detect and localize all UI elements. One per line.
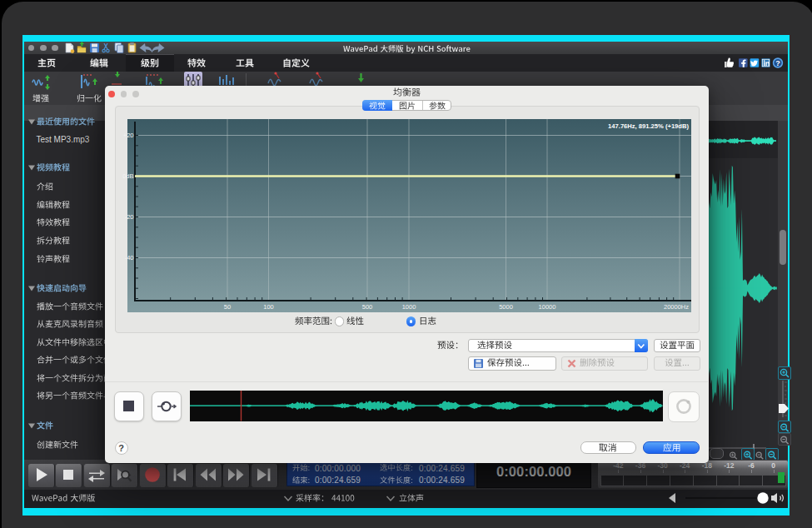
svg-text:+20: +20 — [123, 132, 134, 139]
svg-text:147.76Hz, 891.25% (+19dB): 147.76Hz, 891.25% (+19dB) — [608, 122, 689, 130]
svg-text:1000: 1000 — [402, 303, 416, 311]
svg-text:0dB: 0dB — [122, 172, 133, 180]
svg-text:100: 100 — [263, 303, 274, 311]
svg-text:?: ? — [775, 59, 780, 67]
svg-text:500: 500 — [362, 303, 373, 311]
svg-text:-40: -40 — [125, 254, 134, 262]
svg-text:50: 50 — [224, 303, 231, 311]
svg-text:-20: -20 — [125, 213, 134, 221]
svg-text:20000Hz: 20000Hz — [664, 303, 689, 311]
svg-text:10000: 10000 — [539, 303, 556, 311]
svg-text:5000: 5000 — [499, 303, 513, 311]
